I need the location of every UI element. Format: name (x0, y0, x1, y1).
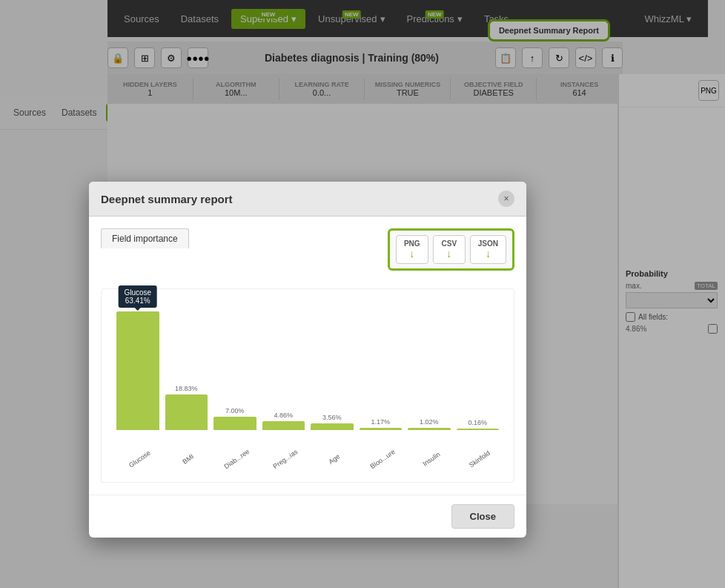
export-csv-button[interactable]: CSV ↓ (433, 235, 466, 264)
bar-tooltip-glucose: Glucose63.41% (118, 285, 157, 308)
app-window: Sources Datasets Supervised Unsupervised… (0, 0, 725, 588)
bar-group-blood_pressure: 1.17%Bloo...ure (360, 418, 403, 430)
bar-label-top-age: 3.56% (322, 414, 342, 421)
bar-label-bottom-glucose: Glucose (128, 449, 152, 469)
bar-bmi (165, 394, 208, 430)
bar-skinfold (457, 429, 500, 430)
bar-blood_pressure (360, 428, 403, 430)
bar-group-bmi: 18.83%BMI (165, 385, 208, 430)
chart-container: 63.41%Glucose63.41%Glucose18.83%BMI7.00%… (101, 288, 514, 483)
bar-group-skinfold: 0.16%Skinfold (457, 419, 500, 430)
bar-label-top-blood_pressure: 1.17% (371, 418, 390, 426)
close-button[interactable]: Close (451, 504, 514, 529)
json-down-arrow: ↓ (486, 248, 491, 260)
png-down-arrow: ↓ (409, 248, 414, 260)
modal-header: Deepnet summary report × (89, 182, 526, 217)
bar-label-bottom-insulin: Insulin (421, 451, 441, 468)
bar-insulin (408, 428, 451, 430)
bar-diabetes (213, 417, 256, 430)
bar-group-age: 3.56%Age (311, 414, 354, 430)
bar-label-top-insulin: 1.02% (420, 418, 439, 426)
export-png-button[interactable]: PNG ↓ (396, 235, 428, 264)
bar-label-bottom-pregnancies: Preg...ias (272, 448, 299, 470)
deepnet-summary-modal: Deepnet summary report × Field importanc… (89, 182, 526, 538)
csv-down-arrow: ↓ (446, 248, 451, 260)
modal-tab-bar: Field importance (101, 228, 189, 248)
modal-body: Field importance PNG ↓ CSV ↓ JSON ↓ (89, 217, 526, 495)
bar-group-glucose: 63.41%Glucose63.41%Glucose (116, 302, 159, 430)
bar-label-top-diabetes: 7.00% (225, 407, 245, 414)
modal-footer: Close (89, 495, 526, 538)
bar-age (311, 423, 354, 430)
bar-glucose: Glucose63.41% (116, 311, 159, 430)
bar-label-bottom-diabetes: Diab...ree (223, 448, 251, 471)
modal-title: Deepnet summary report (101, 193, 233, 205)
bar-label-top-skinfold: 0.16% (468, 419, 487, 426)
modal-close-button[interactable]: × (498, 191, 514, 207)
export-buttons-group: PNG ↓ CSV ↓ JSON ↓ (388, 228, 514, 271)
bar-label-top-pregnancies: 4.86% (274, 412, 293, 419)
bar-label-bottom-bmi: BMI (182, 452, 196, 465)
bar-label-top-bmi: 18.83% (175, 385, 198, 392)
bar-group-pregnancies: 4.86%Preg...ias (262, 412, 305, 430)
chart-area: 63.41%Glucose63.41%Glucose18.83%BMI7.00%… (109, 297, 506, 475)
export-json-button[interactable]: JSON ↓ (470, 235, 506, 264)
bar-label-bottom-age: Age (327, 452, 341, 465)
bar-group-insulin: 1.02%Insulin (408, 418, 451, 430)
tab-field-importance[interactable]: Field importance (101, 228, 189, 248)
bar-label-bottom-blood_pressure: Bloo...ure (368, 448, 396, 470)
bar-pregnancies (262, 421, 305, 430)
bar-label-bottom-skinfold: Skinfold (468, 449, 491, 469)
bar-group-diabetes: 7.00%Diab...ree (213, 407, 256, 430)
